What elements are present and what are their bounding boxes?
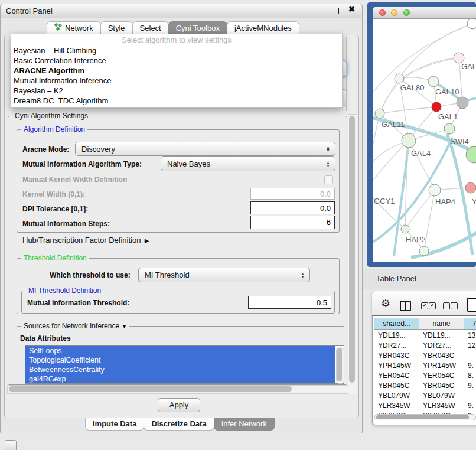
network-node[interactable] — [467, 19, 476, 29]
network-edge[interactable] — [380, 107, 436, 113]
network-node[interactable] — [419, 246, 429, 256]
algorithm-option-basic-correlation-inference[interactable]: Basic Correlation Inference — [11, 56, 342, 66]
algorithm-option-bayesian-hill-climbing[interactable]: Bayesian – Hill Climbing — [11, 45, 342, 56]
network-edge[interactable] — [409, 141, 435, 190]
mi-type-select[interactable]: Naive Bayes ▲▼ — [161, 156, 335, 171]
algorithm-option-aracne-algorithm[interactable]: ARACNE Algorithm — [11, 66, 342, 76]
algorithm-popup-prompt: Select algorithm to view settings — [11, 34, 342, 45]
column-header[interactable]: A — [464, 318, 476, 330]
node-gal80[interactable] — [395, 74, 404, 83]
table-settings-gear-icon[interactable]: ⚙ — [381, 298, 390, 309]
node-gal4[interactable] — [402, 133, 416, 148]
panel-border-fragment — [346, 37, 347, 111]
table-cell: YBR043C — [374, 351, 419, 361]
algorithm-option-mutual-information-inference[interactable]: Mutual Information Inference — [11, 76, 342, 86]
minimize-window-icon[interactable] — [391, 9, 397, 16]
algorithm-option-dream8-dc-tdc-algorithm[interactable]: Dream8 DC_TDC Algorithm — [11, 96, 342, 106]
select-all-icon[interactable]: ✓ — [429, 302, 436, 309]
table-cell: YER054C — [374, 371, 419, 381]
table-row[interactable]: YPR145WYPR145W9. — [374, 361, 476, 371]
zoom-window-icon[interactable] — [403, 9, 410, 16]
column-header[interactable]: shared... — [374, 318, 419, 330]
table-cell: YDL19... — [374, 331, 419, 341]
attribute-item-betweennesscentrality[interactable]: BetweennessCentrality — [25, 365, 335, 374]
node-label-gal80: GAL80 — [400, 83, 424, 92]
tab-infer-network[interactable]: Infer Network — [214, 418, 275, 431]
node-gal1[interactable] — [444, 123, 455, 134]
aracne-mode-select[interactable]: Discovery ▲▼ — [75, 142, 335, 156]
network-node[interactable] — [457, 97, 468, 109]
tab-label: Cyni Toolbox — [176, 22, 220, 34]
network-window-titlebar[interactable] — [373, 7, 476, 19]
apply-button[interactable]: Apply — [158, 398, 200, 412]
algorithm-option-bayesian-k2[interactable]: Bayesian – K2 — [11, 86, 342, 96]
table-row[interactable]: YBR043CYBR043C — [374, 351, 476, 361]
node-label-hap2: HAP2 — [406, 235, 426, 244]
table-row[interactable]: YER054CYER054C8. — [374, 371, 476, 381]
sources-group-title[interactable]: Sources for Network Inference ▼ — [21, 322, 129, 330]
tab-jactivemnodules[interactable]: jActiveMNodules — [227, 21, 299, 34]
table-panel-title: Table Panel — [376, 274, 416, 283]
minimized-panel-button[interactable] — [5, 440, 17, 450]
table-row[interactable]: YBL079WYBL079W — [374, 391, 476, 401]
table-cell: YBR045C — [374, 381, 419, 391]
node-gal11[interactable] — [375, 109, 384, 118]
node-y[interactable] — [465, 182, 476, 193]
column-chooser-icon[interactable] — [400, 301, 411, 311]
manual-kernel-checkbox[interactable] — [324, 175, 333, 184]
network-canvas[interactable]: GALGAL80GAL10GAL1GAL11SWI4GAL4GCY1HAP4YH… — [373, 19, 476, 262]
spinner-arrows-icon: ▲▼ — [326, 146, 330, 152]
export-table-icon[interactable] — [467, 298, 476, 312]
deselect-all-icon[interactable] — [451, 302, 458, 309]
spinner-arrows-icon: ▲▼ — [301, 272, 305, 278]
threshold-definition-title: Threshold Definition — [21, 254, 89, 262]
network-node[interactable] — [432, 102, 441, 112]
tab-cyni-toolbox[interactable]: Cyni Toolbox — [168, 21, 227, 34]
tab-network[interactable]: Network — [47, 21, 101, 34]
column-header[interactable]: name — [419, 318, 464, 330]
kernel-width-input[interactable] — [250, 188, 335, 200]
settings-hscrollbar-thumb[interactable] — [9, 386, 292, 392]
tab-style[interactable]: Style — [100, 21, 133, 34]
node-gal10[interactable] — [428, 76, 439, 87]
mi-threshold-group-title: MI Threshold Definition — [26, 286, 103, 295]
tab-impute-data[interactable]: Impute Data — [85, 418, 144, 431]
table-cell: 9. — [464, 361, 476, 371]
table-row[interactable]: YDR27...YDR27...12 — [374, 341, 476, 351]
table-hscrollbar-thumb[interactable] — [376, 415, 469, 419]
table-row[interactable]: YLR345WYLR345W9. — [374, 401, 476, 411]
mi-type-label: Mutual Information Algorithm Type: — [22, 160, 142, 168]
network-edge[interactable] — [380, 79, 399, 113]
tab-discretize-data[interactable]: Discretize Data — [144, 418, 214, 431]
manual-kernel-label: Manual Kernel Width Definition — [22, 175, 127, 184]
node-label-gcy1: GCY1 — [374, 197, 395, 206]
node-label-gal4: GAL4 — [411, 149, 431, 158]
float-panel-icon[interactable] — [338, 8, 345, 14]
tab-select[interactable]: Select — [132, 21, 169, 34]
close-panel-icon[interactable]: ✖ — [348, 5, 355, 14]
attribute-item-gal4rgexp[interactable]: gal4RGexp — [25, 374, 335, 384]
node-label-gal1: GAL1 — [438, 112, 458, 121]
node-hap4[interactable] — [429, 184, 441, 196]
hub-definition-label: Hub/Transcription Factor Definition — [22, 236, 141, 244]
attribute-item-selfloops[interactable]: SelfLoops — [25, 346, 335, 356]
which-threshold-select[interactable]: MI Threshold ▲▼ — [138, 268, 310, 282]
node-hap2[interactable] — [401, 225, 409, 233]
settings-vscrollbar-thumb[interactable] — [349, 116, 355, 383]
table-row[interactable]: YDL19...YDL19...13 — [374, 331, 476, 341]
attributes-scrollbar-thumb[interactable] — [337, 348, 342, 381]
close-window-icon[interactable] — [379, 9, 386, 16]
algorithm-popup: Select algorithm to view settings Bayesi… — [11, 34, 343, 108]
select-all-icon[interactable]: ✓ — [421, 302, 428, 309]
table-row[interactable]: YBR045CYBR045C9. — [374, 381, 476, 391]
deselect-all-icon[interactable] — [443, 302, 450, 309]
control-panel-titlebar[interactable] — [1, 4, 361, 18]
attribute-item-topologicalcoefficient[interactable]: TopologicalCoefficient — [25, 356, 335, 365]
data-attributes-list[interactable]: SelfLoopsTopologicalCoefficientBetweenne… — [25, 345, 344, 384]
table-cell: YBL079W — [374, 391, 419, 401]
kernel-width-label: Kernel Width (0,1): — [22, 190, 85, 198]
mi-threshold-input[interactable] — [248, 296, 331, 309]
dpi-tolerance-input[interactable] — [250, 201, 335, 214]
hub-definition-toggle[interactable]: Hub/Transcription Factor Definition ▶ — [22, 236, 149, 244]
mi-steps-input[interactable] — [250, 216, 335, 229]
